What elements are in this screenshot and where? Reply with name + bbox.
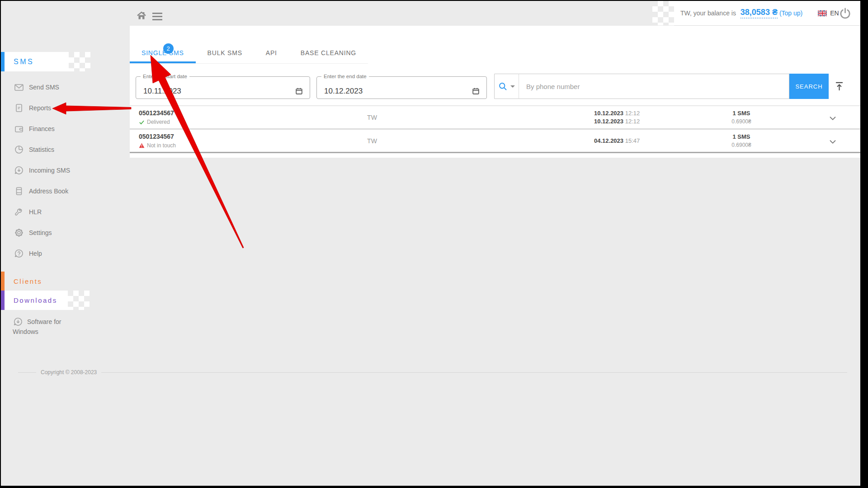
start-date-field[interactable]: Enter the start date 10.11.2023 — [136, 74, 310, 99]
content-panel: SINGLE SMS 2 BULK SMS API BASE CLEANING … — [130, 26, 860, 158]
sidebar: SMS Send SMS Reports Finances Statistics — [1, 1, 130, 486]
downloads-accent-bar — [1, 291, 5, 310]
tab-base-cleaning[interactable]: BASE CLEANING — [289, 26, 368, 63]
bubble-question-icon — [14, 248, 24, 259]
sidebar-item-software-for-windows[interactable]: Software for Windows — [13, 316, 80, 337]
expand-chevron-icon[interactable] — [828, 113, 838, 123]
downloads-section-label: Downloads — [14, 296, 57, 304]
tab-label: SINGLE SMS — [142, 49, 184, 56]
download-bubble-icon — [13, 316, 24, 327]
calendar-icon[interactable] — [295, 87, 303, 95]
delivered-time: 12:12 — [625, 118, 640, 125]
home-icon[interactable] — [136, 10, 147, 23]
check-icon — [139, 119, 145, 125]
magnifier-icon — [498, 82, 508, 91]
calendar-icon[interactable] — [472, 87, 480, 95]
sidebar-item-send-sms[interactable]: Send SMS — [1, 77, 130, 98]
envelope-icon — [14, 82, 24, 93]
pixel-dissolve-edge — [69, 52, 90, 71]
topup-link[interactable]: (Top up) — [779, 9, 802, 17]
status-label: Not in touch — [147, 142, 176, 149]
sms-accent-bar — [1, 52, 5, 71]
tab-label: BULK SMS — [208, 49, 242, 56]
sidebar-item-reports[interactable]: Reports — [1, 98, 130, 118]
divider-line — [18, 372, 36, 373]
export-upload-icon[interactable] — [834, 81, 844, 91]
search-input[interactable] — [519, 74, 789, 99]
message-row[interactable]: 0501234567 Delivered TW 10.12.2023 12:12… — [130, 106, 860, 130]
sidebar-item-hlr[interactable]: HLR — [1, 202, 130, 222]
logout-power-icon[interactable] — [839, 7, 851, 19]
tab-bar: SINGLE SMS 2 BULK SMS API BASE CLEANING — [130, 26, 368, 64]
language-selector[interactable]: EN — [818, 9, 839, 17]
book-icon — [14, 186, 24, 197]
pie-chart-icon — [14, 144, 24, 155]
nav-label: Reports — [29, 104, 51, 112]
expand-chevron-icon[interactable] — [828, 137, 838, 147]
sidebar-item-settings[interactable]: Settings — [1, 222, 130, 243]
nav-label: Finances — [29, 125, 55, 132]
message-row[interactable]: 0501234567 Not in touch TW 04.12.2023 15… — [130, 130, 860, 153]
clients-section-label: Clients — [14, 277, 42, 285]
sent-date: 04.12.2023 — [594, 137, 623, 144]
uk-flag-icon — [818, 10, 827, 16]
sidebar-item-address-book[interactable]: Address Book — [1, 181, 130, 202]
sms-price: 0.6900₴ — [719, 142, 764, 148]
sidebar-section-clients[interactable]: Clients — [1, 272, 87, 291]
balance-prefix: TW, your balance is — [680, 9, 738, 17]
sidebar-item-finances[interactable]: Finances — [1, 118, 130, 139]
end-date-label: Enter the end date — [321, 74, 369, 79]
balance-amount[interactable]: 38,0583 ₴ — [741, 8, 778, 19]
document-icon — [14, 103, 24, 113]
start-date-value[interactable]: 10.11.2023 — [143, 87, 181, 96]
tab-label: API — [266, 49, 277, 56]
nav-label: HLR — [29, 208, 42, 216]
delivered-date: 10.12.2023 — [594, 118, 623, 125]
chevron-down-icon — [510, 85, 515, 88]
hamburger-menu-icon[interactable] — [152, 13, 162, 22]
sidebar-nav: Send SMS Reports Finances Statistics Inc… — [1, 77, 130, 264]
sent-time: 15:47 — [625, 137, 640, 144]
end-date-value[interactable]: 10.12.2023 — [324, 87, 363, 96]
copyright-text: Copyright © 2008-2023 — [41, 369, 97, 375]
status-label: Delivered — [147, 119, 170, 125]
pixel-dissolve-edge — [68, 291, 90, 310]
nav-label: Incoming SMS — [29, 167, 70, 174]
message-list: 0501234567 Delivered TW 10.12.2023 12:12… — [130, 105, 860, 153]
sidebar-section-sms[interactable]: SMS — [1, 52, 69, 71]
sms-count: 1 SMS — [719, 110, 764, 117]
warning-triangle-icon — [139, 143, 145, 148]
message-phone: 0501234567 — [139, 133, 174, 140]
wrench-icon — [14, 206, 24, 217]
sidebar-item-statistics[interactable]: Statistics — [1, 139, 130, 160]
nav-label: Statistics — [29, 146, 54, 153]
language-label: EN — [830, 9, 839, 17]
tab-badge-count: 2 — [163, 43, 174, 54]
clients-accent-bar — [1, 272, 5, 291]
nav-label: Help — [29, 250, 42, 257]
wallet-icon — [14, 123, 24, 134]
sms-section-label: SMS — [14, 58, 34, 66]
search-mode-dropdown[interactable] — [494, 74, 519, 99]
search-group: SEARCH — [494, 74, 829, 99]
tab-single-sms[interactable]: SINGLE SMS 2 — [130, 26, 196, 63]
sidebar-section-downloads[interactable]: Downloads — [1, 291, 68, 310]
sent-date: 10.12.2023 — [594, 110, 623, 117]
end-date-field[interactable]: Enter the end date 10.12.2023 — [316, 74, 487, 99]
sent-time: 12:12 — [625, 110, 640, 117]
nav-label: Send SMS — [29, 84, 59, 91]
divider-line — [101, 372, 847, 373]
message-status: Delivered — [139, 119, 170, 125]
start-date-label: Enter the start date — [141, 74, 189, 79]
sidebar-item-incoming-sms[interactable]: Incoming SMS — [1, 160, 130, 181]
tab-label: BASE CLEANING — [301, 49, 356, 56]
copyright-row: Copyright © 2008-2023 — [1, 368, 860, 377]
gear-icon — [14, 227, 24, 238]
tab-bulk-sms[interactable]: BULK SMS — [196, 26, 254, 63]
search-button[interactable]: SEARCH — [789, 74, 829, 99]
tab-api[interactable]: API — [254, 26, 289, 63]
sms-count: 1 SMS — [719, 133, 764, 140]
nav-label: Settings — [29, 229, 52, 236]
app-window: TW, your balance is 38,0583 ₴ (Top up) E… — [1, 1, 860, 486]
sidebar-item-help[interactable]: Help — [1, 243, 130, 264]
